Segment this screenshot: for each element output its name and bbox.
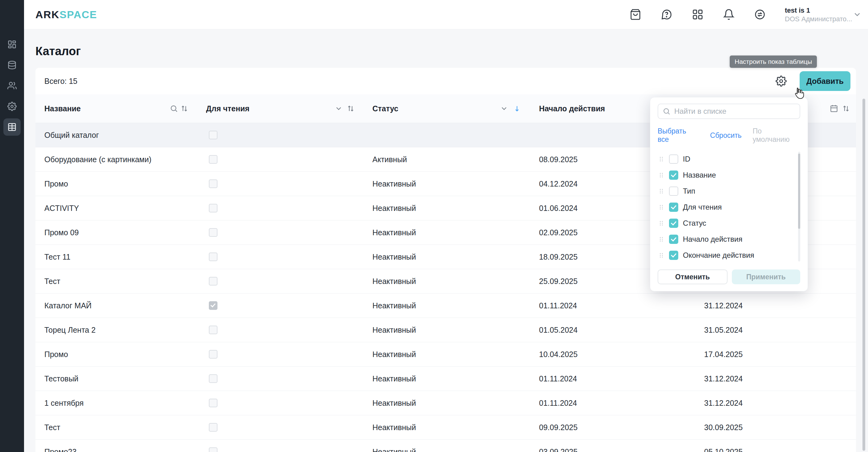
sort-icon[interactable]: [842, 105, 850, 113]
add-button[interactable]: Добавить: [800, 71, 850, 91]
column-toggle-label: Начало действия: [683, 235, 742, 244]
sidebar-item-settings[interactable]: [3, 98, 21, 115]
sidebar-item-kanban[interactable]: [3, 36, 21, 53]
readonly-checkbox[interactable]: [209, 253, 217, 261]
sidebar-item-database[interactable]: [3, 56, 21, 74]
drag-handle-icon[interactable]: [658, 203, 664, 211]
column-toggle-item[interactable]: Начало действия: [658, 231, 800, 247]
row-end-date: 31.12.2024: [704, 374, 743, 383]
readonly-checkbox[interactable]: [209, 179, 217, 188]
table-row[interactable]: Тестовый Неактивный 01.11.2024 31.12.202…: [35, 367, 856, 391]
readonly-checkbox[interactable]: [209, 155, 217, 164]
column-header-readonly[interactable]: Для чтения: [206, 104, 249, 113]
readonly-checkbox[interactable]: [209, 131, 217, 139]
row-start-date: 25.09.2025: [539, 277, 578, 286]
bell-icon[interactable]: [723, 9, 735, 20]
logo[interactable]: ARKSPACE: [35, 9, 97, 21]
row-end-date: 30.09.2025: [704, 423, 743, 432]
sort-icon[interactable]: [180, 105, 188, 113]
sort-desc-icon[interactable]: [513, 105, 521, 113]
row-status: Неактивный: [372, 423, 416, 432]
page-scrollbar-thumb[interactable]: [863, 98, 865, 451]
chevron-down-icon[interactable]: [500, 105, 508, 113]
table-row[interactable]: Промо Неактивный 10.04.2025 17.04.2025: [35, 342, 856, 367]
readonly-checkbox[interactable]: [209, 277, 217, 285]
table-row[interactable]: Торец Лента 2 Неактивный 01.05.2024 31.0…: [35, 318, 856, 342]
chevron-down-icon[interactable]: [335, 105, 343, 113]
sort-icon[interactable]: [346, 105, 355, 113]
readonly-checkbox[interactable]: [209, 204, 217, 213]
table-row[interactable]: Тест Неактивный 09.09.2025 30.09.2025: [35, 415, 856, 440]
apps-grid-icon[interactable]: [692, 9, 704, 20]
popup-search: [658, 104, 800, 119]
drag-handle-icon[interactable]: [658, 188, 664, 195]
sidebar-item-users[interactable]: [3, 77, 21, 94]
drag-handle-icon[interactable]: [658, 220, 664, 227]
reset-link[interactable]: Сбросить: [710, 131, 741, 140]
popup-search-input[interactable]: [674, 107, 795, 116]
column-toggle-item[interactable]: ID: [658, 151, 800, 167]
readonly-checkbox[interactable]: [209, 350, 217, 359]
row-status: Неактивный: [372, 301, 416, 310]
column-toggle-item[interactable]: Тип: [658, 183, 800, 199]
table-row[interactable]: 1 сентября Неактивный 01.11.2024 31.12.2…: [35, 391, 856, 415]
drag-handle-icon[interactable]: [658, 252, 664, 259]
readonly-checkbox[interactable]: [209, 423, 217, 432]
drag-handle-icon[interactable]: [658, 171, 664, 179]
drag-handle-icon[interactable]: [658, 156, 664, 163]
help-chat-icon[interactable]: [661, 9, 673, 20]
column-toggle-item[interactable]: Статус: [658, 215, 800, 231]
settings-tooltip: Настроить показ таблицы: [730, 56, 817, 68]
user-menu[interactable]: test is 1 DOS Администрато...: [785, 6, 852, 23]
column-toggle-item[interactable]: Для чтения: [658, 199, 800, 215]
apply-button[interactable]: Применить: [732, 270, 801, 284]
table-row[interactable]: Промо23 Неактивный 03.09.2025 05.10.2025: [35, 440, 856, 452]
column-checkbox[interactable]: [669, 235, 678, 244]
column-checkbox[interactable]: [669, 251, 678, 260]
bag-icon[interactable]: [629, 9, 641, 20]
column-checkbox[interactable]: [669, 203, 678, 212]
readonly-checkbox[interactable]: [209, 374, 217, 383]
calendar-icon[interactable]: [830, 105, 838, 113]
chevron-down-icon[interactable]: [852, 10, 862, 19]
exchange-icon[interactable]: [754, 9, 766, 20]
row-status: Неактивный: [372, 374, 416, 383]
drag-handle-icon[interactable]: [658, 235, 664, 243]
row-name: Промо: [44, 179, 68, 188]
row-start-date: 01.05.2024: [539, 326, 578, 335]
select-all-link[interactable]: Выбрать все: [658, 127, 699, 144]
readonly-checkbox[interactable]: [209, 326, 217, 334]
column-header-status[interactable]: Статус: [372, 104, 398, 113]
row-start-date: 09.09.2025: [539, 423, 578, 432]
by-default-link[interactable]: По умолчанию: [753, 127, 800, 144]
readonly-checkbox[interactable]: [209, 301, 217, 310]
total-count: Всего: 15: [44, 77, 77, 86]
column-checkbox[interactable]: [669, 154, 678, 164]
row-end-date: 31.05.2024: [704, 326, 743, 335]
column-checkbox[interactable]: [669, 170, 678, 180]
column-header-name[interactable]: Название: [44, 104, 81, 113]
row-end-date: 05.10.2025: [704, 447, 743, 452]
column-checkbox[interactable]: [669, 187, 678, 196]
cancel-button[interactable]: Отменить: [658, 270, 727, 284]
column-list: ID Название Тип Для чтения Статус Начало…: [658, 151, 800, 263]
column-toggle-label: ID: [683, 155, 690, 163]
table-row[interactable]: Каталог МАЙ Неактивный 01.11.2024 31.12.…: [35, 293, 856, 318]
column-toggle-item[interactable]: Название: [658, 167, 800, 183]
readonly-checkbox[interactable]: [209, 228, 217, 237]
popup-scrollbar-thumb[interactable]: [798, 153, 800, 229]
search-icon[interactable]: [170, 105, 178, 113]
column-toggle-label: Для чтения: [683, 203, 722, 211]
readonly-checkbox[interactable]: [209, 399, 217, 407]
column-header-start-date[interactable]: Начало действия: [539, 104, 605, 113]
table-settings-button[interactable]: [774, 74, 788, 88]
column-toggle-label: Окончание действия: [683, 251, 754, 260]
row-start-date: 04.12.2024: [539, 179, 578, 188]
row-start-date: 03.09.2025: [539, 447, 578, 452]
readonly-checkbox[interactable]: [209, 447, 217, 452]
row-name: Промо23: [44, 447, 77, 452]
column-toggle-item[interactable]: Окончание действия: [658, 247, 800, 263]
column-checkbox[interactable]: [669, 219, 678, 228]
sidebar-item-catalog[interactable]: [3, 118, 21, 136]
row-start-date: 01.11.2024: [539, 301, 577, 310]
